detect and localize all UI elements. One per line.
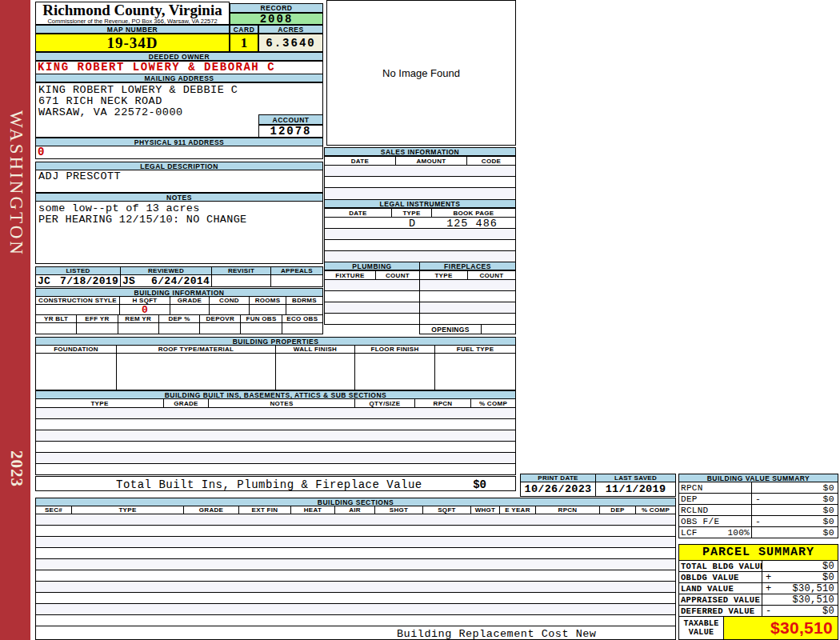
bs-col-heat: HEAT [291,506,335,514]
bi-col-dep: DEP % [159,315,200,322]
parcel-row: APPRAISED VALUE $30,510 [678,594,838,606]
bp-wall-value [276,354,355,390]
parcel-op: + [766,572,772,582]
bvs-row-label: RPCN [679,482,752,493]
commissioner-line: Commissioner of the Revenue, PO Box 366,… [36,18,229,25]
sales-empty-row [324,187,516,200]
bvs-row: RPCN $0 [678,482,838,494]
bvs-row-label: RCLND [679,505,752,515]
building-sections-footer-row: Building Replacement Cost New [35,626,676,640]
legal-instrument-empty-row [324,239,516,251]
bi-hsqft-value: 0 [120,305,170,314]
property-record-card: { "sidebar": { "district": "WASHINGTON",… [0,0,840,640]
bi-col-cond: COND [210,297,250,304]
listed-by: JC [38,275,50,286]
legal-description-value: ADJ PRESCOTT [35,170,323,193]
bs-col-extfin: EXT FIN [239,506,291,514]
tax-year: 2023 [6,450,26,487]
bvs-row-label: DEP [679,494,752,504]
bin-col-grade: GRADE [164,399,209,407]
bi-col-depovr: DEPOVR [200,315,241,322]
sales-col-code: CODE [467,157,515,165]
reviewed-date: 6/24/2014 [151,275,210,286]
plumbing-empty-row [324,279,516,291]
fireplaces-col-count: COUNT [468,271,515,279]
sales-col-date: DATE [325,157,396,165]
acres-value: 6.3640 [258,34,323,52]
bvs-value: $0 [823,505,834,515]
record-label: RECORD [230,3,323,13]
building-sections-empty-row [35,547,676,559]
building-info-value-row-1: 0 [35,304,323,315]
taxable-value-amount: $30,510 [724,617,838,639]
sales-empty-row [324,176,516,188]
notes-line: PER HEARING 12/15/10: NO CHANGE [38,214,322,226]
bs-col-rpcn: RPCN [536,506,600,514]
no-image-text: No Image Found [382,67,460,79]
plumbing-empty-row [324,290,516,302]
review-value-row: JC7/18/2019 JS6/24/2014 [35,274,323,287]
openings-label: OPENINGS [420,325,482,334]
bvs-value: $0 [823,516,834,526]
bvs-op: - [755,516,761,526]
bin-col-qtysize: QTY/SIZE [355,399,415,407]
parcel-row-label: APPRAISED VALUE [679,594,762,605]
bvs-row-label: OBS F/E [679,516,752,526]
built-ins-empty-row [35,452,516,464]
last-saved-label: LAST SAVED [596,474,675,482]
built-ins-empty-row [35,441,516,453]
parcel-row: LAND VALUE +$30,510 [678,582,838,594]
county-header: Richmond County, Virginia Commissioner o… [35,2,230,25]
account-label: ACCOUNT [258,114,323,125]
mailing-line: 671 RICH NECK ROAD [38,96,322,107]
sales-empty-row [324,165,516,177]
legal-instrument-empty-row [324,228,516,240]
parcel-value: $30,510 [792,594,834,605]
bi-col-yrblt: YR BLT [36,315,77,322]
bs-col-sqft: SQFT [423,506,471,514]
sales-col-amount: AMOUNT [396,157,467,165]
plumbing-col-count: COUNT [376,271,420,279]
parcel-value: $30,510 [792,583,834,594]
bs-col-eyear: E YEAR [500,506,536,514]
physical-911-value: 0 [35,146,323,159]
bi-col-construction-style: CONSTRUCTION STYLE [36,297,120,304]
bi-col-rooms: ROOMS [250,297,286,304]
bi-col-bdrms: BDRMS [286,297,322,304]
map-number-value: 19-34D [35,34,230,52]
sales-information-title: SALES INFORMATION [324,147,516,156]
parcel-row-label: DEFERRED VALUE [679,606,762,616]
listed-label: LISTED [36,267,121,274]
building-sections-empty-row [35,570,676,582]
built-ins-empty-row [35,407,516,419]
bi-col-remyr: REM YR [118,315,159,322]
card-label: CARD [230,25,258,34]
building-sections-empty-row [35,525,676,537]
built-ins-total-row: Total Built Ins, Plumbing & Fireplace Va… [35,476,516,491]
bi-grade-value [170,305,210,314]
bi-bdrms-value [286,305,322,314]
parcel-value: $0 [822,572,834,582]
legal-instrument-empty-row [324,250,516,262]
bvs-extra: 100% [727,528,750,538]
built-ins-total-value: $0 [473,478,486,491]
building-sections-empty-row [35,614,676,626]
replacement-cost-note: Building Replacement Cost New [397,628,596,640]
bvs-row: DEP -$0 [678,493,838,505]
bs-col-whgt: WHGT [471,506,500,514]
bi-col-funobs: FUN OBS [241,315,282,322]
acres-label: ACRES [258,25,323,34]
built-ins-empty-row [35,430,516,442]
parcel-row-label: TOTAL BLDG VALUE [679,561,762,571]
fireplaces-col-type: TYPE [420,271,468,279]
card-value: 1 [230,34,258,52]
li-col-bookpage: BOOK PAGE [432,209,515,217]
account-number: 12078 [258,125,323,138]
building-properties-value-row [35,353,516,390]
bp-col-wall: WALL FINISH [276,346,355,353]
bvs-row: RCLND $0 [678,504,838,516]
bp-floor-value [355,354,435,390]
mailing-line: KING ROBERT LOWERY & DEBBIE C [38,85,322,96]
property-image-panel: No Image Found [326,0,516,146]
bi-col-hsqft: H SQFT [120,297,170,304]
